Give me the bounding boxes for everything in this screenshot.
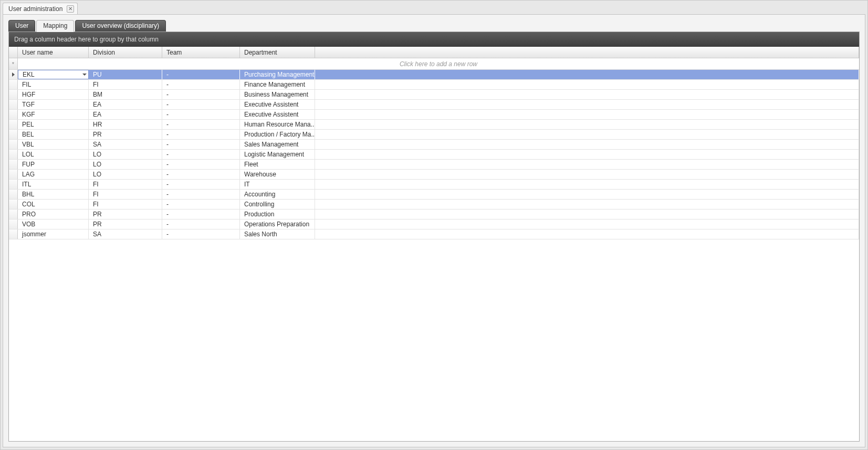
cell-user-name[interactable]: KGF (18, 110, 89, 119)
cell-team[interactable]: - (162, 170, 240, 179)
column-header-division[interactable]: Division (89, 47, 162, 58)
cell-department[interactable]: Controlling (240, 200, 315, 209)
cell-user-name[interactable]: jsommer (18, 229, 89, 239)
cell-user-name[interactable]: BHL (18, 190, 89, 199)
document-tab-user-administration[interactable]: User administration ✕ (3, 3, 78, 14)
cell-division[interactable]: SA (89, 229, 162, 239)
cell-user-name[interactable]: PEL (18, 120, 89, 129)
cell-team[interactable]: - (162, 210, 240, 219)
cell-department[interactable]: Purchasing Management (240, 70, 315, 79)
cell-team[interactable]: - (162, 200, 240, 209)
table-row[interactable]: VBLSA-Sales Management (9, 140, 859, 150)
table-row[interactable]: FUPLO-Fleet (9, 160, 859, 170)
cell-division[interactable]: SA (89, 140, 162, 149)
cell-team[interactable]: - (162, 130, 240, 139)
cell-division[interactable]: LO (89, 160, 162, 169)
cell-user-name[interactable]: EKL (18, 70, 89, 79)
cell-division[interactable]: LO (89, 170, 162, 179)
table-row[interactable]: HGFBM-Business Management (9, 90, 859, 100)
cell-division[interactable]: PR (89, 130, 162, 139)
table-row[interactable]: ITLFI-IT (9, 180, 859, 190)
cell-team[interactable]: - (162, 160, 240, 169)
table-row[interactable]: VOBPR-Operations Preparation (9, 219, 859, 229)
cell-department[interactable]: Production / Factory Ma... (240, 130, 315, 139)
cell-user-name[interactable]: LOL (18, 150, 89, 159)
table-row[interactable]: KGFEA-Executive Assistent (9, 110, 859, 120)
cell-team[interactable]: - (162, 90, 240, 99)
table-row[interactable]: LAGLO-Warehouse (9, 170, 859, 180)
tab-mapping[interactable]: Mapping (36, 20, 74, 32)
cell-division[interactable]: FI (89, 190, 162, 199)
cell-division[interactable]: LO (89, 150, 162, 159)
cell-user-name[interactable]: VOB (18, 219, 89, 229)
cell-user-name[interactable]: HGF (18, 90, 89, 99)
cell-user-name[interactable]: PRO (18, 210, 89, 219)
cell-department[interactable]: Fleet (240, 160, 315, 169)
cell-department[interactable]: Human Resource Mana... (240, 120, 315, 129)
cell-user-name[interactable]: TGF (18, 100, 89, 109)
table-row[interactable]: LOLLO-Logistic Management (9, 150, 859, 160)
cell-division[interactable]: EA (89, 100, 162, 109)
cell-division[interactable]: HR (89, 120, 162, 129)
document-tab-label: User administration (8, 5, 62, 13)
cell-department[interactable]: Business Management (240, 90, 315, 99)
table-row[interactable]: BHLFI-Accounting (9, 190, 859, 200)
cell-team[interactable]: - (162, 190, 240, 199)
grid-body[interactable]: EKLPU-Purchasing ManagementFILFI-Finance… (9, 70, 859, 441)
table-row[interactable]: PELHR-Human Resource Mana... (9, 120, 859, 130)
cell-department[interactable]: Accounting (240, 190, 315, 199)
cell-division[interactable]: PR (89, 210, 162, 219)
tab-user-overview-disciplinary[interactable]: User overview (disciplinary) (75, 20, 166, 32)
cell-division[interactable]: PU (89, 70, 162, 79)
new-row[interactable]: * Click here to add a new row (9, 58, 859, 70)
table-row[interactable]: BELPR-Production / Factory Ma... (9, 130, 859, 140)
cell-department[interactable]: Executive Assistent (240, 100, 315, 109)
cell-team[interactable]: - (162, 110, 240, 119)
cell-user-name[interactable]: LAG (18, 170, 89, 179)
column-header-team[interactable]: Team (162, 47, 240, 58)
cell-team[interactable]: - (162, 229, 240, 239)
cell-department[interactable]: IT (240, 180, 315, 189)
table-row[interactable]: jsommerSA-Sales North (9, 229, 859, 239)
table-row[interactable]: COLFI-Controlling (9, 200, 859, 210)
chevron-down-icon[interactable] (82, 74, 87, 76)
cell-team[interactable]: - (162, 120, 240, 129)
cell-team[interactable]: - (162, 150, 240, 159)
table-row[interactable]: FILFI-Finance Management (9, 80, 859, 90)
cell-department[interactable]: Production (240, 210, 315, 219)
cell-department[interactable]: Sales Management (240, 140, 315, 149)
column-header-user-name[interactable]: User name (18, 47, 89, 58)
cell-department[interactable]: Sales North (240, 229, 315, 239)
cell-department[interactable]: Operations Preparation (240, 219, 315, 229)
cell-department[interactable]: Executive Assistent (240, 110, 315, 119)
cell-user-name[interactable]: VBL (18, 140, 89, 149)
cell-user-name[interactable]: FIL (18, 80, 89, 89)
cell-division[interactable]: FI (89, 80, 162, 89)
table-row[interactable]: PROPR-Production (9, 210, 859, 219)
close-icon[interactable]: ✕ (67, 5, 74, 13)
cell-department[interactable]: Logistic Management (240, 150, 315, 159)
cell-empty (315, 150, 859, 159)
cell-department[interactable]: Finance Management (240, 80, 315, 89)
cell-team[interactable]: - (162, 180, 240, 189)
cell-user-name[interactable]: COL (18, 200, 89, 209)
table-row[interactable]: TGFEA-Executive Assistent (9, 100, 859, 110)
cell-team[interactable]: - (162, 70, 240, 79)
cell-user-name[interactable]: BEL (18, 130, 89, 139)
cell-department[interactable]: Warehouse (240, 170, 315, 179)
cell-team[interactable]: - (162, 219, 240, 229)
cell-team[interactable]: - (162, 80, 240, 89)
cell-division[interactable]: FI (89, 180, 162, 189)
column-header-department[interactable]: Department (240, 47, 315, 58)
cell-division[interactable]: BM (89, 90, 162, 99)
cell-division[interactable]: PR (89, 219, 162, 229)
table-row[interactable]: EKLPU-Purchasing Management (9, 70, 859, 80)
cell-division[interactable]: FI (89, 200, 162, 209)
tab-user[interactable]: User (8, 20, 35, 32)
cell-division[interactable]: EA (89, 110, 162, 119)
cell-user-name[interactable]: FUP (18, 160, 89, 169)
group-by-panel[interactable]: Drag a column header here to group by th… (9, 32, 859, 47)
cell-user-name[interactable]: ITL (18, 180, 89, 189)
cell-team[interactable]: - (162, 140, 240, 149)
cell-team[interactable]: - (162, 100, 240, 109)
